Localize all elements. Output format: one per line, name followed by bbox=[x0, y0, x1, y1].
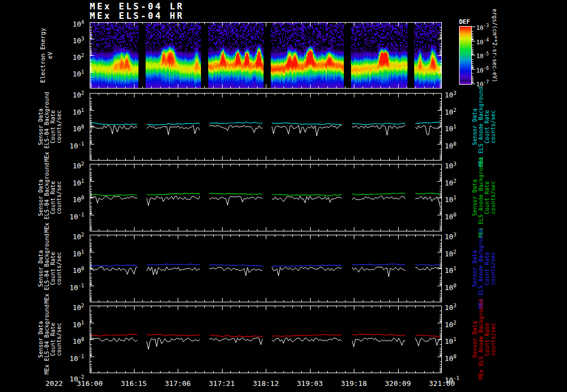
panel-right-axis-label: Sensor DataMEx ELS Anode BackgroundCount… bbox=[472, 229, 496, 309]
colorbar-tick-label: 10-6 bbox=[476, 66, 489, 74]
panel-left-axis-label-line: MEx ELS-04 Background bbox=[44, 163, 50, 233]
panel-right-axis-label-line: counts/sec bbox=[490, 300, 496, 380]
spectrogram-ylabel-line1: Electron Energy bbox=[39, 28, 47, 82]
plot-title-hr: MEx ELS-04 HR bbox=[90, 11, 184, 21]
panel-left-axis-label-line: counts/sec bbox=[56, 92, 62, 162]
panel-left-axis-label-line: Sensor Data bbox=[38, 234, 44, 303]
panel-right-axis-label-line: counts/sec bbox=[490, 158, 496, 238]
spectrogram-ylabel: Electron Energy eV bbox=[39, 28, 54, 82]
panel-right-axis-label-line: MEx ELS Anode Background bbox=[478, 229, 484, 309]
panel-right-axis-label-line: MEx ELS Anode Background bbox=[478, 87, 484, 167]
panel-left-axis-label-line: Count Rate bbox=[50, 305, 56, 374]
x-tick-label: 317:06 bbox=[156, 379, 200, 388]
panel-left-axis-label-line: MEx ELS-04 Background bbox=[44, 92, 50, 162]
colorbar-tick-label: 10-5 bbox=[476, 51, 489, 60]
spectrogram-ytick-label: 101 bbox=[53, 68, 84, 78]
panel-right-axis-label-line: MEx ELS Anode Background bbox=[478, 300, 484, 380]
panel-left-axis-label-line: Count Rate bbox=[50, 92, 56, 162]
panel-left-axis-label: Sensor DataMEx ELS-04 BackgroundCount Ra… bbox=[38, 92, 62, 162]
panel-3-canvas bbox=[90, 235, 442, 302]
panel-right-axis-label-line: counts/sec bbox=[490, 87, 496, 167]
bottom-left-tick-label: 10-2 bbox=[52, 373, 84, 383]
panel-right-axis-label-line: MEx ELS Anode Background bbox=[478, 158, 484, 238]
panel-left-axis-label-line: Sensor Data bbox=[38, 92, 44, 162]
spectrogram-ytick-label: 103 bbox=[53, 35, 84, 45]
x-tick-label: 318:12 bbox=[244, 379, 288, 388]
spectrogram-ytick-label: 104 bbox=[53, 18, 84, 28]
panel-2-canvas bbox=[90, 164, 442, 231]
panel-left-axis-label-line: Sensor Data bbox=[38, 163, 44, 233]
panel-right-axis-label: Sensor DataMEx ELS Anode BackgroundCount… bbox=[472, 158, 496, 238]
bottom-right-tick-label: 10-1 bbox=[445, 374, 477, 384]
panel-left-axis-label: Sensor DataMEx ELS-04 BackgroundCount Ra… bbox=[38, 234, 62, 303]
panel-left-axis-label: Sensor DataMEx ELS-04 BackgroundCount Ra… bbox=[38, 163, 62, 233]
x-tick-label: 316:15 bbox=[112, 379, 156, 388]
x-tick-label: 317:21 bbox=[200, 379, 244, 388]
panel-right-axis-label-line: Count Rate bbox=[484, 158, 490, 238]
panel-left-axis-label-line: counts/sec bbox=[56, 305, 62, 374]
panel-left-axis-label-line: counts/sec bbox=[56, 234, 62, 303]
panel-4-canvas bbox=[90, 306, 442, 373]
panel-left-axis-label: Sensor DataMEx ELS-04 BackgroundCount Ra… bbox=[38, 305, 62, 374]
panel-right-axis-label: Sensor DataMEx ELS Anode BackgroundCount… bbox=[472, 300, 496, 380]
panel-right-axis-label-line: Count Rate bbox=[484, 87, 490, 167]
panel-right-axis-label-line: Sensor Data bbox=[472, 229, 478, 309]
x-tick-label: 320:09 bbox=[376, 379, 420, 388]
colorbar-tick-label: 10-3 bbox=[476, 23, 489, 32]
panel-right-axis-label-line: Sensor Data bbox=[472, 87, 478, 167]
panel-left-axis-label-line: Count Rate bbox=[50, 163, 56, 233]
colorbar-tick-marks bbox=[472, 27, 476, 84]
panel-left-axis-label-line: Sensor Data bbox=[38, 305, 44, 374]
spectrogram-canvas bbox=[90, 22, 442, 89]
panel-right-axis-label-line: counts/sec bbox=[490, 229, 496, 309]
panel-left-axis-label-line: counts/sec bbox=[56, 163, 62, 233]
panel-right-axis-label-line: Sensor Data bbox=[472, 300, 478, 380]
panel-left-axis-label-line: MEx ELS-04 Background bbox=[44, 305, 50, 374]
panel-right-axis-label-line: Count Rate bbox=[484, 300, 490, 380]
panel-right-axis-label-line: Count Rate bbox=[484, 229, 490, 309]
panel-left-axis-label-line: MEx ELS-04 Background bbox=[44, 234, 50, 303]
panel-1-canvas bbox=[90, 93, 442, 161]
colorbar-gradient bbox=[459, 26, 472, 85]
spectrogram-ytick-label: 102 bbox=[53, 51, 84, 61]
panel-right-axis-label: Sensor DataMEx ELS Anode BackgroundCount… bbox=[472, 87, 496, 167]
panel-left-axis-label-line: Count Rate bbox=[50, 234, 56, 303]
x-tick-label: 319:03 bbox=[288, 379, 332, 388]
colorbar-title: DEF bbox=[459, 18, 470, 25]
panel-right-axis-label-line: Sensor Data bbox=[472, 158, 478, 238]
plot-screen: MEx ELS-04 LR MEx ELS-04 HR Electron Ene… bbox=[0, 0, 567, 392]
x-tick-label: 319:18 bbox=[332, 379, 376, 388]
colorbar-tick-label: 10-4 bbox=[476, 38, 489, 46]
